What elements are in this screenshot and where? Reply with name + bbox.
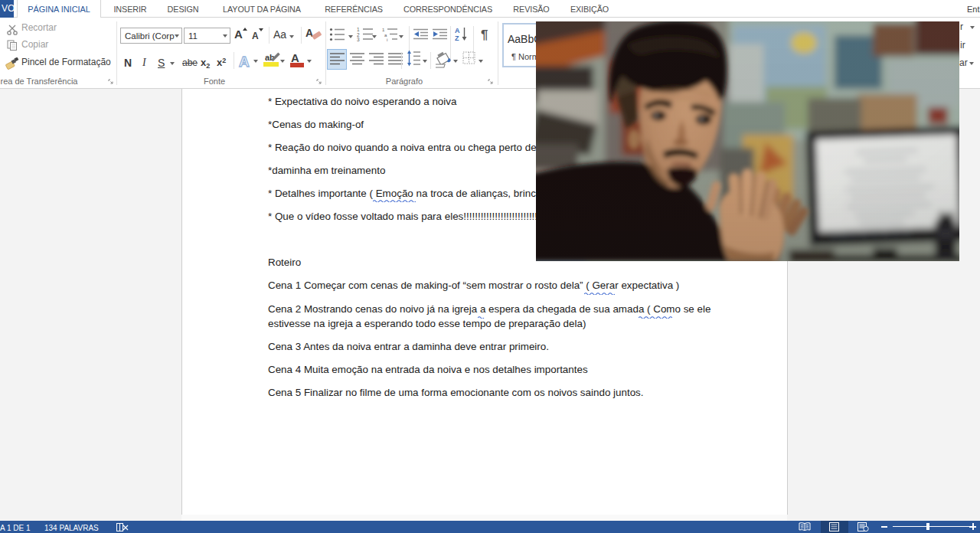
svg-text:3: 3 (357, 37, 360, 42)
svg-text:i: i (387, 38, 387, 42)
svg-text:1: 1 (382, 28, 385, 32)
svg-text:A: A (455, 27, 460, 34)
svg-text:Z: Z (455, 34, 459, 41)
